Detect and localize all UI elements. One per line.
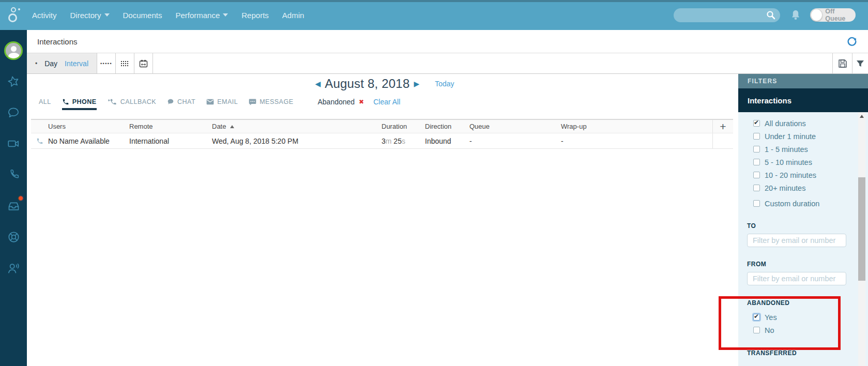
table-header: Users Remote Date Duration Direction Que…: [31, 119, 733, 133]
filters-panel-header: FILTERS: [738, 74, 868, 88]
to-filter-input[interactable]: [747, 234, 846, 247]
tab-all[interactable]: ALL: [39, 94, 51, 110]
col-duration[interactable]: Duration: [382, 123, 425, 130]
view-interval[interactable]: Interval: [65, 59, 88, 68]
tab-message[interactable]: MESSAGE: [249, 94, 293, 110]
checkbox[interactable]: [753, 185, 760, 191]
panel-scrollbar[interactable]: [858, 112, 865, 366]
primary-nav: Activity Directory Documents Performance…: [32, 11, 304, 20]
filter-custom-duration[interactable]: Custom duration: [753, 197, 856, 210]
filters-panel: FILTERS Interactions All durations Under…: [738, 74, 868, 366]
checkbox-checked[interactable]: [753, 120, 760, 127]
tab-phone[interactable]: PHONE: [62, 94, 97, 110]
from-filter-input[interactable]: [747, 272, 846, 285]
filter-all-durations[interactable]: All durations: [753, 117, 856, 130]
save-icon: [838, 59, 847, 68]
notification-badge-icon: ✹: [17, 194, 24, 202]
filter-5-10-minutes[interactable]: 5 - 10 minutes: [753, 156, 856, 169]
to-label: TO: [747, 222, 856, 230]
applied-filter-chip: Abandoned ✖ Clear All: [317, 94, 400, 106]
video-icon[interactable]: [4, 134, 23, 153]
search-input[interactable]: [674, 8, 780, 22]
col-queue[interactable]: Queue: [469, 123, 561, 130]
dots-row-view-button[interactable]: •••••: [97, 53, 116, 73]
favorites-star-icon[interactable]: [4, 72, 23, 91]
checkbox[interactable]: [753, 200, 760, 207]
inbox-icon[interactable]: ✹: [4, 196, 23, 215]
date-navigation: ◀ August 8, 2018 ▶ Today: [27, 74, 738, 94]
nav-reports[interactable]: Reports: [241, 11, 269, 20]
speaking-person-icon[interactable]: [4, 258, 23, 277]
message-bubble-icon: [249, 99, 256, 105]
checkbox[interactable]: [753, 133, 760, 140]
col-users[interactable]: Users: [48, 123, 129, 130]
tab-email[interactable]: EMAIL: [206, 94, 238, 110]
transferred-label: TRANSFERRED: [747, 349, 856, 357]
col-wrapup[interactable]: Wrap-up: [561, 123, 712, 130]
filters-body: All durations Under 1 minute 1 - 5 minut…: [738, 112, 868, 366]
col-direction[interactable]: Direction: [425, 123, 469, 130]
abandoned-yes[interactable]: Yes: [753, 311, 856, 324]
calendar-button[interactable]: [134, 53, 153, 73]
callback-icon: [108, 98, 117, 105]
off-queue-toggle[interactable]: Off Queue: [810, 8, 856, 22]
toggle-knob[interactable]: [811, 9, 823, 21]
phone-icon[interactable]: [4, 165, 23, 184]
cell-remote: International: [129, 137, 212, 145]
cell-date: Wed, Aug 8, 2018 5:20 PM: [212, 137, 382, 145]
view-day[interactable]: Day: [44, 59, 57, 68]
dots-grid-view-button[interactable]: [116, 53, 134, 73]
tab-chat[interactable]: CHAT: [167, 94, 195, 110]
chat-bubble-icon: [167, 98, 174, 105]
nav-admin[interactable]: Admin: [282, 11, 304, 20]
next-day-icon[interactable]: ▶: [409, 80, 423, 88]
col-remote[interactable]: Remote: [129, 123, 212, 130]
checkbox[interactable]: [753, 172, 760, 178]
abandoned-no[interactable]: No: [753, 324, 856, 337]
top-bar: Activity Directory Documents Performance…: [0, 0, 868, 30]
email-icon: [206, 99, 214, 105]
filter-20-plus-minutes[interactable]: 20+ minutes: [753, 181, 856, 194]
support-target-icon[interactable]: [4, 227, 23, 246]
scroll-up-button[interactable]: [858, 112, 865, 120]
add-column-button[interactable]: +: [712, 120, 733, 133]
save-filter-button[interactable]: [832, 53, 852, 73]
chat-icon[interactable]: [4, 103, 23, 122]
nav-documents[interactable]: Documents: [123, 11, 162, 20]
checkbox-checked[interactable]: [753, 314, 760, 321]
dots-grid-icon: [120, 60, 129, 67]
checkbox[interactable]: [753, 159, 760, 165]
remove-filter-icon[interactable]: ✖: [359, 98, 364, 105]
tab-callback[interactable]: CALLBACK: [108, 94, 156, 110]
table-row[interactable]: No Name Available International Wed, Aug…: [31, 133, 733, 149]
abandoned-label: ABANDONED: [747, 299, 856, 307]
checkbox[interactable]: [753, 327, 760, 333]
refresh-icon[interactable]: [846, 36, 858, 47]
avatar: [4, 41, 23, 60]
filter-10-20-minutes[interactable]: 10 - 20 minutes: [753, 169, 856, 181]
dots-row-icon: •••••: [100, 61, 112, 66]
nav-activity[interactable]: Activity: [32, 11, 57, 20]
checkbox[interactable]: [753, 146, 760, 152]
today-link[interactable]: Today: [435, 80, 454, 88]
view-switcher: • Day Interval: [27, 53, 97, 73]
app-logo-icon[interactable]: [6, 5, 24, 25]
nav-performance[interactable]: Performance: [175, 11, 228, 20]
media-type-tabs: ALL PHONE CALLBACK CHAT EMAIL: [27, 94, 738, 113]
filter-1-5-minutes[interactable]: 1 - 5 minutes: [753, 143, 856, 156]
profile-avatar[interactable]: [4, 41, 23, 60]
filter-under-1-minute[interactable]: Under 1 minute: [753, 130, 856, 143]
call-type-icon: [36, 138, 43, 145]
search-icon[interactable]: [766, 10, 775, 20]
filter-toggle-button[interactable]: [852, 53, 868, 73]
clear-all-link[interactable]: Clear All: [373, 98, 400, 106]
notifications-bell-icon[interactable]: [790, 9, 801, 21]
interactions-table: Users Remote Date Duration Direction Que…: [31, 119, 733, 149]
scroll-up-icon: [860, 115, 864, 118]
nav-directory[interactable]: Directory: [70, 11, 110, 20]
col-date[interactable]: Date: [212, 123, 382, 130]
scrollbar-thumb[interactable]: [858, 177, 865, 281]
cell-users: No Name Available: [48, 137, 129, 145]
chevron-down-icon: [104, 13, 110, 17]
prev-day-icon[interactable]: ◀: [311, 80, 325, 88]
